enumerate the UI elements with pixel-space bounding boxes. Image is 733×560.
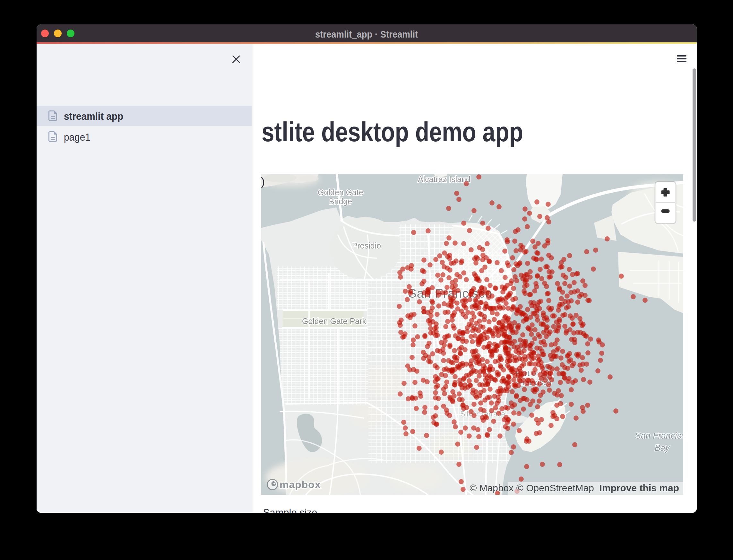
svg-text:mapbox: mapbox xyxy=(280,479,321,490)
svg-text:Alcatraz Island: Alcatraz Island xyxy=(418,175,470,184)
svg-text:Golden Gate: Golden Gate xyxy=(318,188,363,197)
svg-text:Presidio: Presidio xyxy=(352,241,380,250)
svg-text:Golden Gate Park: Golden Gate Park xyxy=(302,317,366,326)
svg-text:San Francisco: San Francisco xyxy=(635,431,683,441)
svg-text:Bridge: Bridge xyxy=(329,197,352,206)
svg-text:© Mapbox © OpenStreetMap Impr: © Mapbox © OpenStreetMap Improve this ma… xyxy=(469,483,679,493)
svg-text:Bay: Bay xyxy=(654,443,670,453)
